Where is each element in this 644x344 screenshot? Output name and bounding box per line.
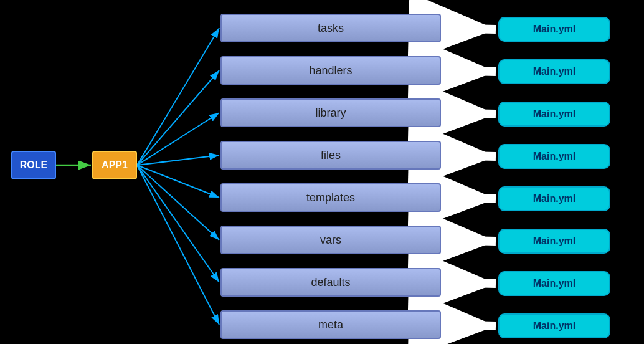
role-label: ROLE: [20, 160, 47, 171]
yml-files: Main.yml: [498, 144, 610, 169]
folder-label: templates: [306, 191, 355, 204]
svg-line-8: [137, 165, 219, 198]
yml-label: Main.yml: [533, 151, 575, 162]
folder-label: meta: [318, 318, 343, 332]
svg-line-11: [137, 165, 219, 325]
yml-label: Main.yml: [533, 236, 575, 247]
svg-line-6: [137, 113, 219, 165]
folder-library: library: [220, 98, 441, 127]
yml-label: Main.yml: [533, 24, 575, 35]
svg-line-17: [442, 240, 496, 241]
yml-library: Main.yml: [498, 102, 610, 127]
svg-line-18: [442, 282, 496, 284]
role-box: ROLE: [11, 151, 56, 179]
folder-meta: meta: [220, 310, 441, 339]
folder-label: handlers: [309, 64, 352, 77]
yml-label: Main.yml: [533, 320, 575, 332]
svg-line-4: [137, 28, 219, 165]
folder-label: vars: [320, 234, 341, 247]
svg-line-14: [442, 113, 496, 114]
yml-tasks: Main.yml: [498, 17, 610, 42]
svg-line-19: [442, 325, 496, 326]
yml-meta: Main.yml: [498, 313, 610, 338]
yml-vars: Main.yml: [498, 229, 610, 254]
yml-label: Main.yml: [533, 108, 575, 120]
diagram: ROLE APP1 tasks handlers library files t…: [0, 0, 644, 344]
folder-files: files: [220, 141, 441, 170]
folder-label: tasks: [318, 22, 344, 35]
svg-line-5: [137, 70, 219, 165]
svg-line-7: [137, 155, 219, 165]
folder-label: defaults: [311, 276, 350, 289]
yml-templates: Main.yml: [498, 186, 610, 211]
app1-box: APP1: [92, 151, 137, 179]
svg-line-9: [137, 165, 219, 240]
yml-defaults: Main.yml: [498, 271, 610, 296]
folder-label: library: [315, 107, 346, 120]
yml-label: Main.yml: [533, 278, 575, 289]
folder-defaults: defaults: [220, 268, 441, 297]
app1-label: APP1: [102, 160, 128, 171]
folder-vars: vars: [220, 226, 441, 254]
yml-label: Main.yml: [533, 193, 575, 204]
svg-line-10: [137, 165, 219, 282]
folder-templates: templates: [220, 183, 441, 212]
yml-handlers: Main.yml: [498, 59, 610, 84]
yml-label: Main.yml: [533, 66, 575, 77]
folder-tasks: tasks: [220, 14, 441, 42]
folder-label: files: [321, 149, 341, 162]
svg-line-13: [442, 70, 496, 72]
svg-line-12: [442, 28, 496, 29]
folder-handlers: handlers: [220, 56, 441, 85]
svg-line-15: [442, 155, 496, 156]
svg-line-16: [442, 198, 496, 199]
